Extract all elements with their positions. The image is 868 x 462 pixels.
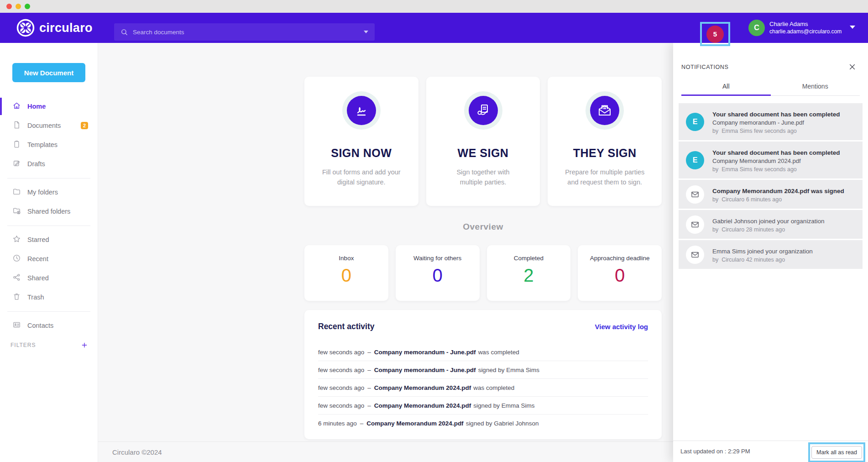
action-card-description: Prepare for multiple parties and request… [548, 167, 662, 188]
sidebar-item-drafts[interactable]: Drafts [0, 154, 98, 173]
stat-approaching-deadline[interactable]: Approaching deadline 0 [578, 245, 662, 301]
activity-time: few seconds ago [318, 384, 364, 391]
notification-item[interactable]: E Your shared document has been complete… [679, 103, 863, 140]
search-icon [120, 28, 128, 36]
sidebar-item-label: Drafts [27, 160, 45, 168]
activity-separator: – [367, 384, 371, 391]
activity-time: few seconds ago [318, 349, 364, 356]
notification-item[interactable]: E Your shared document has been complete… [679, 142, 863, 178]
activity-separator: – [360, 420, 364, 427]
sidebar-item-recent[interactable]: Recent [0, 249, 98, 268]
new-document-button[interactable]: New Document [12, 63, 85, 82]
stat-completed[interactable]: Completed 2 [487, 245, 571, 301]
notification-item[interactable]: Gabriel Johnson joined your organization… [679, 210, 863, 239]
window-minimize-button[interactable] [16, 4, 21, 9]
sidebar-item-label: Recent [27, 255, 48, 262]
notification-badge-highlight: 5 [700, 22, 730, 46]
contacts-icon [12, 320, 21, 331]
notification-title: Company Memorandum 2024.pdf was signed [712, 185, 844, 195]
search-input[interactable] [133, 29, 364, 36]
notification-item[interactable]: Emma Sims joined your organization by Ci… [679, 240, 863, 269]
sidebar: New Document Home Documents 2 Templates … [0, 43, 98, 462]
activity-action: was completed [473, 384, 514, 391]
notification-subtitle: Company Memorandum 2024.pdf [712, 157, 840, 165]
user-email: charlie.adams@circularo.com [769, 28, 842, 35]
stat-label: Completed [514, 255, 544, 262]
window-maximize-button[interactable] [25, 4, 30, 9]
they-sign-card[interactable]: THEY SIGN Prepare for multiple parties a… [548, 77, 662, 206]
user-menu[interactable]: Charlie Adams charlie.adams@circularo.co… [769, 20, 842, 35]
sidebar-item-trash[interactable]: Trash [0, 288, 98, 307]
they-sign-icon [590, 96, 619, 125]
notifications-title: NOTIFICATIONS [681, 64, 728, 70]
notification-meta: by Circularo 42 minutes ago [712, 256, 813, 264]
overview-stats-row: Inbox 0 Waiting for others 0 Completed 2… [304, 245, 662, 301]
notification-title: Your shared document has been completed [712, 108, 840, 119]
window-titlebar [0, 0, 868, 13]
brand-logo[interactable]: circularo [16, 19, 93, 37]
sidebar-item-shared[interactable]: Shared [0, 268, 98, 288]
filters-section: FILTERS [10, 341, 88, 349]
sign-now-card[interactable]: SIGN NOW Fill out forms and add your dig… [304, 77, 418, 206]
notification-title: Your shared document has been completed [712, 147, 840, 157]
sidebar-item-shared-folders[interactable]: Shared folders [0, 202, 98, 221]
notifications-button[interactable]: 5 [706, 26, 724, 43]
activity-row[interactable]: few seconds ago – Company memorandum - J… [318, 343, 648, 361]
sidebar-item-contacts[interactable]: Contacts [0, 316, 98, 335]
notification-meta: by Emma Sims few seconds ago [712, 165, 840, 173]
notification-item[interactable]: Company Memorandum 2024.pdf was signed b… [679, 180, 863, 209]
home-icon [12, 101, 21, 112]
overview-heading: Overview [304, 222, 662, 232]
close-icon[interactable] [848, 63, 856, 71]
folder-icon [12, 187, 21, 198]
sidebar-item-my-folders[interactable]: My folders [0, 183, 98, 202]
search-dropdown-caret-icon[interactable] [364, 31, 368, 33]
activity-row[interactable]: few seconds ago – Company Memorandum 202… [318, 397, 648, 415]
sidebar-item-label: Shared [27, 274, 49, 282]
sidebar-divider [0, 307, 98, 316]
user-name: Charlie Adams [769, 20, 842, 28]
add-filter-button[interactable] [81, 341, 88, 349]
activity-document: Company memorandum - June.pdf [374, 349, 476, 356]
view-activity-log-link[interactable]: View activity log [595, 323, 648, 331]
clock-icon [12, 254, 21, 264]
template-icon [12, 140, 21, 150]
tab-all[interactable]: All [681, 83, 771, 95]
action-card-title: THEY SIGN [573, 147, 637, 160]
sidebar-item-home[interactable]: Home [0, 97, 98, 116]
document-icon [12, 121, 21, 131]
notifications-list: E Your shared document has been complete… [679, 103, 863, 269]
stat-inbox[interactable]: Inbox 0 [304, 245, 388, 301]
mark-all-as-read-button[interactable]: Mark all as read [811, 446, 862, 459]
app-header: circularo 5 C Charlie Adams charlie.adam… [0, 13, 868, 43]
activity-action: signed by Emma Sims [473, 402, 534, 409]
stat-value: 2 [523, 265, 533, 286]
window-close-button[interactable] [6, 4, 12, 9]
sidebar-item-label: Home [27, 103, 46, 110]
activity-row[interactable]: few seconds ago – Company memorandum - J… [318, 361, 648, 379]
activity-row[interactable]: 6 minutes ago – Company Memorandum 2024.… [318, 415, 648, 432]
trash-icon [12, 292, 21, 303]
sidebar-item-label: Shared folders [27, 208, 70, 215]
user-menu-caret-icon[interactable] [850, 26, 855, 29]
star-icon [12, 235, 21, 245]
tab-mentions[interactable]: Mentions [771, 83, 860, 95]
we-sign-icon [469, 96, 498, 125]
activity-separator: – [367, 402, 371, 409]
stat-label: Approaching deadline [590, 255, 650, 262]
activity-row[interactable]: few seconds ago – Company Memorandum 202… [318, 379, 648, 397]
notification-title: Gabriel Johnson joined your organization [712, 215, 824, 226]
sidebar-item-starred[interactable]: Starred [0, 230, 98, 249]
sidebar-nav: Home Documents 2 Templates Drafts My fol… [0, 97, 98, 335]
action-card-description: Sign together with multiple parties. [440, 167, 527, 188]
sidebar-item-documents[interactable]: Documents 2 [0, 116, 98, 135]
avatar: E [686, 113, 704, 131]
activity-time: few seconds ago [318, 367, 364, 373]
user-avatar[interactable]: C [748, 20, 765, 36]
stat-waiting-for-others[interactable]: Waiting for others 0 [396, 245, 480, 301]
sidebar-item-templates[interactable]: Templates [0, 135, 98, 154]
we-sign-card[interactable]: WE SIGN Sign together with multiple part… [426, 77, 540, 206]
mark-all-read-highlight: Mark all as read [808, 442, 865, 462]
action-card-title: SIGN NOW [331, 147, 392, 160]
action-cards-row: SIGN NOW Fill out forms and add your dig… [304, 77, 662, 206]
